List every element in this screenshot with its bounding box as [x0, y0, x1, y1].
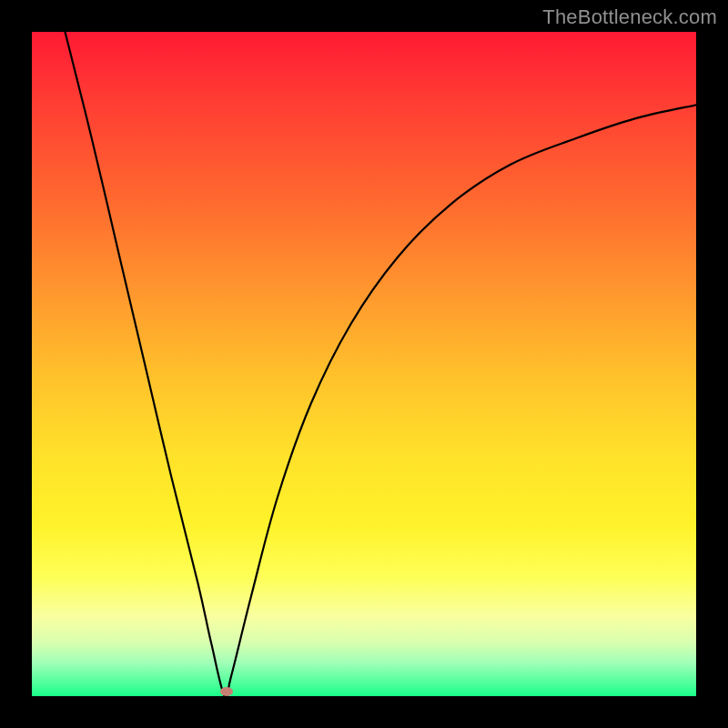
chart-container: TheBottleneck.com [0, 0, 728, 728]
plot-area [32, 32, 696, 696]
curve-path [66, 32, 697, 696]
watermark-text: TheBottleneck.com [542, 5, 717, 29]
bottleneck-curve [32, 32, 696, 696]
optimum-marker [220, 687, 233, 696]
